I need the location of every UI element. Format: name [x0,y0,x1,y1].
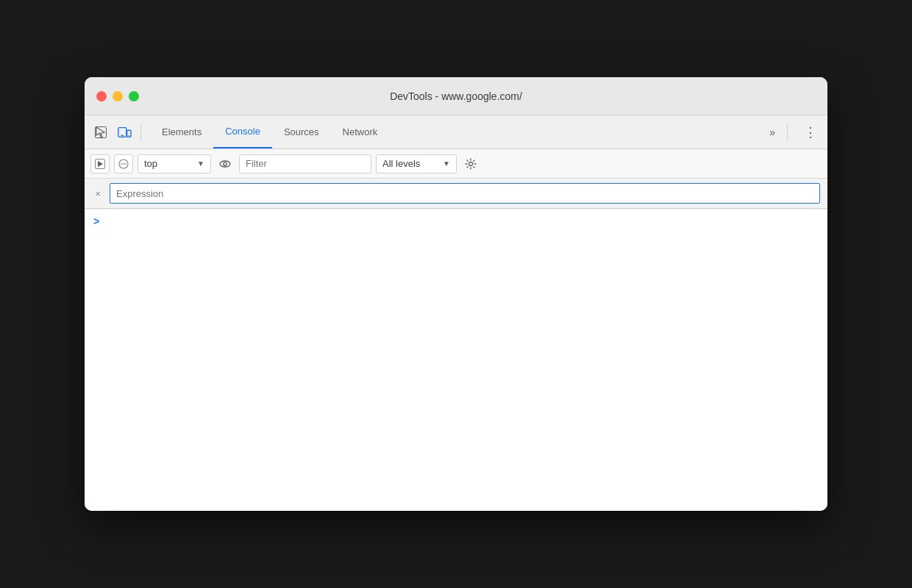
eye-icon [218,157,232,171]
console-output-area[interactable]: > [85,209,827,511]
svg-point-11 [224,162,227,165]
log-levels-selector[interactable]: All levels ▼ [376,154,457,173]
minimize-button[interactable] [113,91,123,101]
run-script-button[interactable] [90,154,110,173]
svg-point-12 [469,162,473,165]
clear-console-button[interactable] [114,154,133,173]
gear-icon [465,158,477,170]
expression-input[interactable] [110,183,820,204]
tab-bar-tools [90,115,144,148]
clear-icon [118,159,129,169]
levels-value: All levels [382,158,440,169]
run-icon [95,159,105,169]
element-picker-button[interactable] [90,122,111,143]
tab-bar: Elements Console Sources Network » ⋮ [85,115,827,149]
tab-console[interactable]: Console [213,115,272,148]
svg-marker-7 [98,161,103,167]
devtools-menu-button[interactable]: ⋮ [799,121,822,143]
watch-expression-button[interactable] [215,154,235,173]
close-expression-button[interactable]: × [92,188,104,199]
console-prompt: > [85,209,827,233]
context-dropdown-arrow-icon: ▼ [197,159,204,168]
watch-expression-area: × [85,179,827,209]
device-toggle-button[interactable] [114,122,135,143]
window-controls [96,91,139,101]
levels-dropdown-arrow-icon: ▼ [443,159,450,168]
device-icon [117,125,132,140]
context-selector[interactable]: top ▼ [138,154,211,173]
tab-bar-separator [140,123,141,141]
devtools-window: DevTools - www.google.com/ [85,77,827,511]
console-toolbar: top ▼ All levels ▼ [85,149,827,179]
context-value: top [144,158,194,169]
tab-sources[interactable]: Sources [272,115,331,148]
console-settings-button[interactable] [461,154,480,173]
title-bar: DevTools - www.google.com/ [85,77,827,115]
maximize-button[interactable] [129,91,139,101]
tab-elements[interactable]: Elements [150,115,213,148]
tab-network[interactable]: Network [331,115,390,148]
filter-input[interactable] [239,154,371,173]
more-tabs-button[interactable]: » [763,123,781,141]
tab-bar-right: » ⋮ [763,115,822,148]
tab-bar-right-separator [787,123,788,141]
window-title: DevTools - www.google.com/ [390,90,522,102]
prompt-chevron-icon: > [93,215,99,227]
cursor-icon [94,126,107,139]
close-button[interactable] [96,91,107,101]
